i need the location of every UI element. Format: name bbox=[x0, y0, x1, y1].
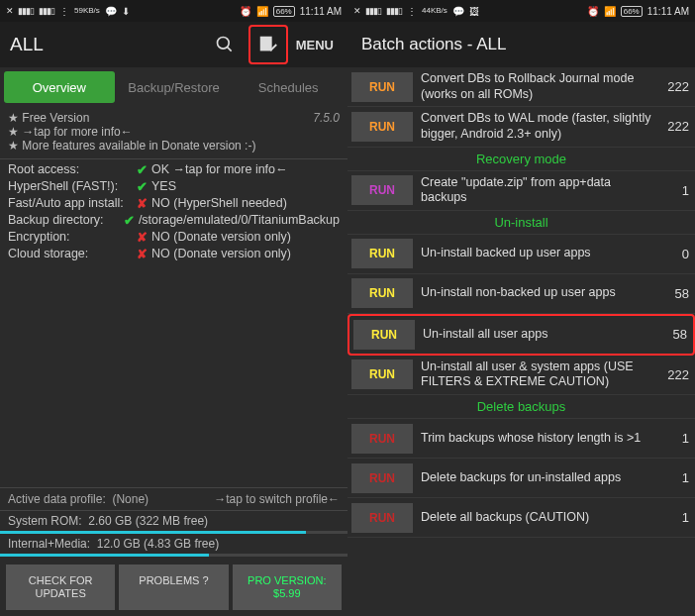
run-button[interactable]: RUN bbox=[351, 112, 413, 142]
batch-row: RUNConvert DBs to Rollback Journal mode … bbox=[348, 67, 695, 107]
right-screen: ✕ ▮▮▮▯ ▮▮▮▯ ⋮ 44KB/s 💬 🖼 ⏰ 📶 66% 11:11 A… bbox=[348, 0, 695, 616]
status-value: ✔OK →tap for more info← bbox=[137, 162, 340, 177]
batch-row: RUNUn-install non-backed up user apps58 bbox=[348, 274, 695, 314]
run-button[interactable]: RUN bbox=[351, 239, 413, 268]
check-icon: ✔ bbox=[137, 179, 148, 194]
version-info[interactable]: ★ Free Version ★ →tap for more info← ★ M… bbox=[0, 107, 348, 156]
svg-line-1 bbox=[227, 48, 231, 51]
run-button[interactable]: RUN bbox=[351, 463, 413, 493]
nosim-icon: ✕ bbox=[6, 6, 13, 16]
run-button[interactable]: RUN bbox=[353, 320, 415, 350]
status-row[interactable]: Cloud storage:✘NO (Donate version only) bbox=[0, 246, 348, 262]
status-value: ✘NO (Donate version only) bbox=[137, 247, 340, 261]
clock-text: 11:11 AM bbox=[300, 6, 342, 17]
batch-count: 222 bbox=[659, 79, 689, 94]
run-button[interactable]: RUN bbox=[351, 72, 413, 102]
battery-icon: 66% bbox=[621, 6, 643, 17]
batch-label: Create "update.zip" from app+data backup… bbox=[421, 175, 651, 206]
status-row[interactable]: Backup directory:✔/storage/emulated/0/Ti… bbox=[0, 212, 348, 229]
tab-schedules[interactable]: Schedules bbox=[233, 71, 344, 103]
tab-overview[interactable]: Overview bbox=[4, 71, 115, 103]
status-value: ✘NO (HyperShell needed) bbox=[137, 196, 340, 211]
status-key: Cloud storage: bbox=[8, 247, 137, 260]
batch-label: Trim backups whose history length is >1 bbox=[421, 431, 651, 447]
info-line: ★ Free Version bbox=[8, 111, 340, 125]
download-icon: ⬇ bbox=[122, 6, 130, 17]
signal-icon: ▮▮▮▯ bbox=[18, 6, 34, 16]
batch-label: Convert DBs to Rollback Journal mode (wo… bbox=[421, 71, 651, 102]
picture-icon: 🖼 bbox=[469, 6, 479, 17]
run-button[interactable]: RUN bbox=[351, 278, 413, 308]
batch-row: RUNCreate "update.zip" from app+data bac… bbox=[348, 171, 695, 211]
alarm-icon: ⏰ bbox=[587, 6, 599, 17]
check-updates-button[interactable]: CHECK FOR UPDATES bbox=[6, 565, 115, 610]
bottom-buttons: CHECK FOR UPDATES PROBLEMS ? PRO VERSION… bbox=[0, 559, 348, 616]
batch-actions-icon[interactable] bbox=[248, 25, 288, 64]
status-bar: ✕ ▮▮▮▯ ▮▮▮▯ ⋮ 44KB/s 💬 🖼 ⏰ 📶 66% 11:11 A… bbox=[348, 0, 695, 22]
status-row[interactable]: Encryption:✘NO (Donate version only) bbox=[0, 229, 348, 246]
info-line: ★ More features available in Donate vers… bbox=[8, 139, 340, 153]
batch-row: RUNConvert DBs to WAL mode (faster, slig… bbox=[348, 107, 695, 147]
clock-text: 11:11 AM bbox=[647, 6, 689, 17]
batch-count: 58 bbox=[657, 327, 687, 342]
chat-icon: 💬 bbox=[105, 6, 117, 17]
check-icon: ✔ bbox=[137, 162, 148, 177]
run-button[interactable]: RUN bbox=[351, 359, 413, 389]
batch-count: 1 bbox=[659, 431, 689, 446]
alarm-icon: ⏰ bbox=[240, 6, 251, 17]
status-row[interactable]: Root access:✔OK →tap for more info← bbox=[0, 161, 348, 178]
status-row[interactable]: HyperShell (FAST!):✔YES bbox=[0, 178, 348, 195]
divider bbox=[0, 487, 348, 488]
batch-label: Un-install all user & system apps (USE F… bbox=[421, 359, 651, 390]
batch-count: 1 bbox=[659, 183, 689, 198]
batch-row: RUNTrim backups whose history length is … bbox=[348, 419, 695, 459]
signal-icon: ▮▮▮▯ bbox=[39, 6, 54, 16]
status-key: Fast/Auto app install: bbox=[8, 196, 137, 210]
batch-row: RUNUn-install backed up user apps0 bbox=[348, 235, 695, 274]
batch-label: Delete all backups (CAUTION) bbox=[421, 510, 651, 526]
menu-button[interactable]: MENU bbox=[292, 38, 338, 52]
batch-label: Un-install non-backed up user apps bbox=[421, 285, 651, 301]
batch-count: 58 bbox=[659, 286, 689, 301]
version-number: 7.5.0 bbox=[313, 111, 340, 125]
section-header: Un-install bbox=[348, 211, 695, 235]
tab-bar: OverviewBackup/RestoreSchedules bbox=[0, 67, 348, 107]
data-profile-row[interactable]: Active data profile: (None) →tap to swit… bbox=[0, 490, 348, 508]
run-button[interactable]: RUN bbox=[351, 424, 413, 454]
pro-version-button[interactable]: PRO VERSION: $5.99 bbox=[233, 565, 342, 610]
batch-row: RUNUn-install all user & system apps (US… bbox=[348, 356, 695, 395]
status-row[interactable]: Fast/Auto app install:✘NO (HyperShell ne… bbox=[0, 195, 348, 212]
app-bar: ALL MENU bbox=[0, 22, 348, 67]
batch-row: RUNDelete backups for un-installed apps1 bbox=[348, 459, 695, 498]
divider bbox=[0, 510, 348, 511]
net-speed: 59KB/s bbox=[74, 7, 100, 15]
status-value: ✘NO (Donate version only) bbox=[137, 230, 340, 245]
signal-icon: ▮▮▮▯ bbox=[386, 6, 402, 16]
net-speed: 44KB/s bbox=[422, 7, 447, 15]
tab-backup-restore[interactable]: Backup/Restore bbox=[119, 71, 230, 103]
batch-list[interactable]: RUNConvert DBs to Rollback Journal mode … bbox=[348, 67, 695, 616]
profile-label: Active data profile: (None) bbox=[8, 492, 149, 506]
status-key: Encryption: bbox=[8, 230, 137, 244]
status-value: ✔/storage/emulated/0/TitaniumBackup bbox=[124, 213, 340, 228]
batch-label: Delete backups for un-installed apps bbox=[421, 470, 651, 486]
problems-button[interactable]: PROBLEMS ? bbox=[119, 565, 228, 610]
run-button[interactable]: RUN bbox=[351, 175, 413, 205]
storage-bar bbox=[0, 554, 348, 557]
signal-icon: ▮▮▮▯ bbox=[365, 6, 381, 16]
status-key: Root access: bbox=[8, 162, 137, 176]
storage-row: Internal+Media: 12.0 GB (4.83 GB free) bbox=[0, 536, 348, 552]
run-button[interactable]: RUN bbox=[351, 503, 413, 533]
section-header: Recovery mode bbox=[348, 148, 695, 171]
x-icon: ✘ bbox=[137, 247, 148, 261]
status-key: HyperShell (FAST!): bbox=[8, 179, 137, 193]
wifi-icon: 📶 bbox=[604, 6, 616, 17]
search-icon[interactable] bbox=[205, 25, 245, 64]
batch-count: 0 bbox=[659, 247, 689, 261]
storage-row: System ROM: 2.60 GB (322 MB free) bbox=[0, 513, 348, 529]
batch-row: RUNDelete all backups (CAUTION)1 bbox=[348, 498, 695, 538]
batch-label: Un-install all user apps bbox=[423, 327, 649, 343]
nosim-icon: ✕ bbox=[353, 6, 360, 16]
check-icon: ✔ bbox=[124, 213, 135, 228]
left-screen: ✕ ▮▮▮▯ ▮▮▮▯ ⋮ 59KB/s 💬 ⬇ ⏰ 📶 66% 11:11 A… bbox=[0, 0, 348, 616]
